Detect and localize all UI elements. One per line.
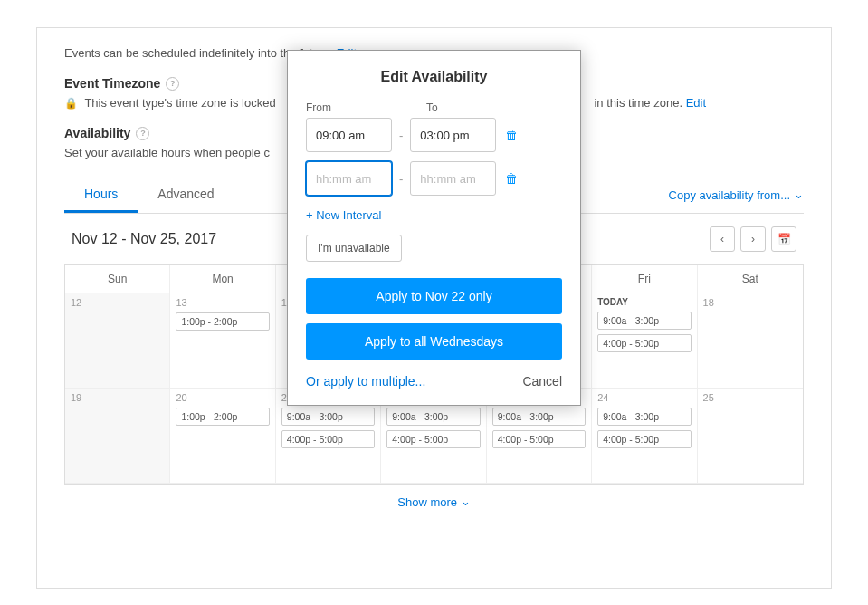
calendar-cell[interactable]: 12 <box>65 293 170 389</box>
time-slot[interactable]: 4:00p - 5:00p <box>386 430 480 448</box>
time-slot[interactable]: 4:00p - 5:00p <box>597 430 691 448</box>
copy-availability-link[interactable]: Copy availability from... ⌄ <box>669 178 804 213</box>
cell-date: 24 <box>597 392 691 403</box>
time-slot[interactable]: 1:00p - 2:00p <box>176 312 269 331</box>
apply-single-button[interactable]: Apply to Nov 22 only <box>306 278 562 314</box>
calendar-cell[interactable]: 19 <box>65 389 170 484</box>
timezone-locked-suffix: in this time zone. <box>594 96 682 110</box>
prev-button[interactable]: ‹ <box>710 226 735 252</box>
trash-icon[interactable]: 🗑 <box>505 128 518 142</box>
edit-timezone-link[interactable]: Edit <box>686 96 706 110</box>
help-icon[interactable]: ? <box>136 127 149 140</box>
interval-row-1: - 🗑 <box>306 118 562 152</box>
calendar-jump-button[interactable]: 📅 <box>771 226 796 252</box>
from-input-1[interactable] <box>306 118 392 152</box>
trash-icon[interactable]: 🗑 <box>505 171 518 186</box>
apply-all-button[interactable]: Apply to all Wednesdays <box>306 323 562 360</box>
unavailable-button[interactable]: I'm unavailable <box>306 235 402 262</box>
cell-date: 20 <box>176 392 269 403</box>
modal-title: Edit Availability <box>306 69 562 85</box>
calendar-cell[interactable]: 25 <box>698 389 803 484</box>
time-slot[interactable]: 4:00p - 5:00p <box>281 430 375 448</box>
cell-date: 12 <box>71 297 164 308</box>
weekday-header: Sun <box>65 265 170 293</box>
from-input-2[interactable] <box>306 161 392 196</box>
weekday-header: Fri <box>592 265 697 293</box>
calendar-nav: ‹ › 📅 <box>710 226 796 252</box>
cell-date: 25 <box>703 392 797 403</box>
to-input-2[interactable] <box>410 161 496 196</box>
date-range: Nov 12 - Nov 25, 2017 <box>72 231 216 247</box>
modal-footer: Or apply to multiple... Cancel <box>306 374 562 389</box>
dash-separator: - <box>399 129 403 142</box>
time-slot[interactable]: 9:00a - 3:00p <box>281 408 375 426</box>
apply-multiple-link[interactable]: Or apply to multiple... <box>306 374 425 389</box>
to-input-1[interactable] <box>410 118 496 152</box>
time-slot[interactable]: 4:00p - 5:00p <box>597 334 691 352</box>
weekday-header: Sat <box>698 265 803 293</box>
weekday-header: Mon <box>170 265 275 293</box>
edit-availability-modal: Edit Availability From To - 🗑 - 🗑 + New … <box>287 50 581 406</box>
show-more-link[interactable]: Show more ⌄ <box>64 485 804 520</box>
timezone-locked-prefix: This event type's time zone is locked <box>84 96 275 110</box>
calendar-cell[interactable]: TODAY9:00a - 3:00p4:00p - 5:00p <box>592 293 697 389</box>
calendar-cell[interactable]: 131:00p - 2:00p <box>170 293 275 389</box>
help-icon[interactable]: ? <box>166 77 179 91</box>
timezone-heading-text: Event Timezone <box>64 76 160 91</box>
calendar-cell[interactable]: 18 <box>698 293 803 389</box>
chevron-down-icon: ⌄ <box>461 495 471 508</box>
time-slot[interactable]: 9:00a - 3:00p <box>597 408 691 426</box>
show-more-text: Show more <box>397 495 457 509</box>
time-slot[interactable]: 9:00a - 3:00p <box>597 312 691 330</box>
to-label: To <box>426 101 512 114</box>
time-slot[interactable]: 9:00a - 3:00p <box>386 408 480 426</box>
cell-date: 19 <box>71 392 164 403</box>
tab-hours[interactable]: Hours <box>64 178 138 213</box>
calendar-cell[interactable]: 201:00p - 2:00p <box>170 389 275 484</box>
time-slot[interactable]: 4:00p - 5:00p <box>492 430 586 448</box>
lock-icon: 🔒 <box>64 97 78 110</box>
new-interval-link[interactable]: + New Interval <box>306 208 381 222</box>
cancel-button[interactable]: Cancel <box>522 374 562 389</box>
from-label: From <box>306 101 392 114</box>
cell-date: 13 <box>176 297 269 308</box>
time-labels: From To <box>306 101 562 114</box>
availability-heading-text: Availability <box>64 126 130 140</box>
dash-separator: - <box>399 172 403 186</box>
interval-row-2: - 🗑 <box>306 161 562 196</box>
chevron-down-icon: ⌄ <box>794 187 804 201</box>
copy-availability-text: Copy availability from... <box>669 188 790 202</box>
tab-advanced[interactable]: Advanced <box>138 178 234 213</box>
next-button[interactable]: › <box>740 226 766 252</box>
calendar-cell[interactable]: 249:00a - 3:00p4:00p - 5:00p <box>592 389 697 484</box>
time-slot[interactable]: 1:00p - 2:00p <box>176 408 269 426</box>
cell-date: 18 <box>703 297 797 308</box>
today-label: TODAY <box>597 297 691 307</box>
time-slot[interactable]: 9:00a - 3:00p <box>492 408 586 426</box>
